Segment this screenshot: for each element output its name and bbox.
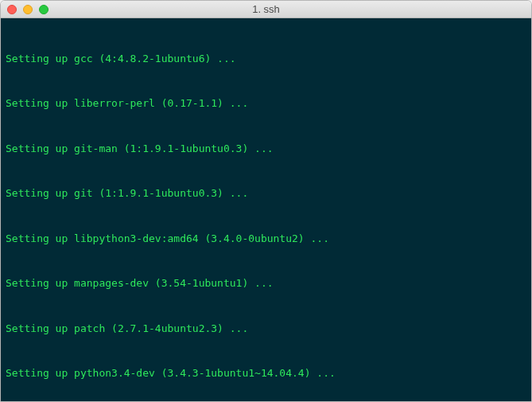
terminal-line: Setting up liberror-perl (0.17-1.1) ...	[6, 96, 526, 111]
terminal-line: Setting up manpages-dev (3.54-1ubuntu1) …	[6, 276, 526, 291]
window-controls	[7, 5, 49, 14]
terminal-line: Setting up patch (2.7.1-4ubuntu2.3) ...	[6, 322, 526, 337]
window-title: 1. ssh	[7, 3, 525, 15]
close-icon[interactable]	[7, 5, 17, 14]
maximize-icon[interactable]	[39, 5, 49, 14]
terminal-window: 1. ssh Setting up gcc (4:4.8.2-1ubuntu6)…	[0, 0, 532, 402]
terminal-line: Setting up python3.4-dev (3.4.3-1ubuntu1…	[6, 366, 526, 381]
minimize-icon[interactable]	[23, 5, 33, 14]
terminal-line: Setting up libpython3-dev:amd64 (3.4.0-0…	[6, 232, 526, 247]
terminal-line: Setting up gcc (4:4.8.2-1ubuntu6) ...	[6, 52, 526, 67]
terminal-line: Setting up git (1:1.9.1-1ubuntu0.3) ...	[6, 186, 526, 201]
terminal-line: Setting up git-man (1:1.9.1-1ubuntu0.3) …	[6, 142, 526, 157]
terminal-body[interactable]: Setting up gcc (4:4.8.2-1ubuntu6) ... Se…	[1, 18, 531, 401]
titlebar: 1. ssh	[1, 1, 531, 18]
